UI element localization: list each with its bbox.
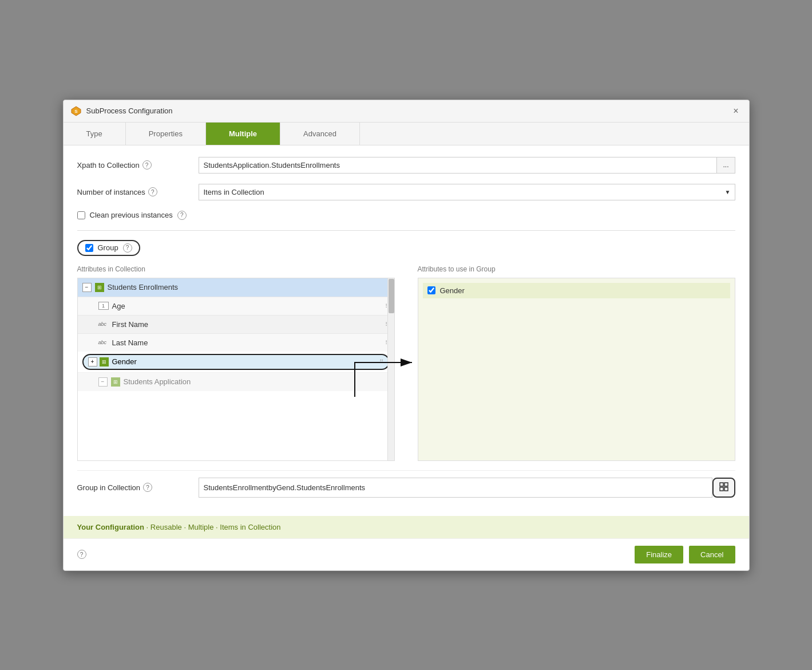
collapse-button[interactable]: − <box>82 283 92 292</box>
two-panel: Attributes in Collection − ⊞ Students En… <box>77 265 735 461</box>
tab-properties[interactable]: Properties <box>126 123 206 145</box>
xpath-help-icon[interactable]: ? <box>142 160 152 170</box>
gender-label: Gender <box>112 357 137 366</box>
scrollbar[interactable] <box>387 278 394 460</box>
footer-right: Finalize Cancel <box>635 546 735 563</box>
lastname-type-icon: abc <box>98 340 109 345</box>
tree-child-more: − ⊞ Students Application <box>78 372 394 391</box>
footer: ? Finalize Cancel <box>64 538 749 570</box>
group-in-collection-help-icon[interactable]: ? <box>143 483 152 492</box>
tab-multiple[interactable]: Multiple <box>206 123 280 145</box>
attributes-panel-label: Attributes in Collection <box>77 265 395 273</box>
tab-bar: Type Properties Multiple Advanced <box>64 123 749 145</box>
xpath-row: Xpath to Collection ? ... <box>77 157 735 174</box>
table-icon: ⊞ <box>95 283 104 292</box>
group-in-collection-input[interactable] <box>199 478 712 498</box>
config-item-multiple: Multiple <box>188 523 214 531</box>
footer-left: ? <box>77 550 86 559</box>
footer-help-icon[interactable]: ? <box>77 550 86 559</box>
group-in-collection-input-group <box>199 478 735 498</box>
gender-table-icon: ⊞ <box>100 357 109 366</box>
close-button[interactable]: × <box>730 105 742 117</box>
main-content: Xpath to Collection ? ... Number of inst… <box>64 145 749 516</box>
title-bar: S SubProcess Configuration × <box>64 100 749 123</box>
dialog-title: SubProcess Configuration <box>86 107 173 115</box>
parent-item-label: Students Enrollments <box>108 283 179 291</box>
instances-row: Number of instances ? Items in Collectio… <box>77 184 735 200</box>
xpath-input[interactable] <box>199 157 718 174</box>
finalize-button[interactable]: Finalize <box>635 546 683 563</box>
gender-group-checkbox[interactable] <box>427 286 435 294</box>
clean-label: Clean previous instances <box>90 211 173 219</box>
app-icon: S <box>70 105 82 117</box>
instances-help-icon[interactable]: ? <box>148 187 157 196</box>
tree-child-firstname: abc First Name ⠿ <box>78 315 394 333</box>
svg-text:S: S <box>74 109 78 114</box>
group-in-collection-label: Group in Collection ? <box>77 483 192 492</box>
clean-row: Clean previous instances ? <box>77 211 735 220</box>
svg-rect-6 <box>724 487 728 491</box>
group-section: Group ? Attributes in Collection − ⊞ Stu… <box>77 240 735 461</box>
config-bar: Your Configuration · Reusable · Multiple… <box>64 516 749 538</box>
dialog-window: S SubProcess Configuration × Type Proper… <box>63 100 750 571</box>
group-in-collection-button[interactable] <box>712 478 735 498</box>
age-type-icon: 1 <box>98 302 109 310</box>
divider <box>77 230 735 231</box>
group-panel-content: Gender <box>418 278 735 461</box>
svg-rect-3 <box>720 483 723 486</box>
more-item-label: Students Application <box>124 377 191 386</box>
tree-child-age: 1 Age ⠿ <box>78 297 394 315</box>
svg-rect-5 <box>720 487 723 491</box>
tree-child-gender: + ⊞ Gender ⠿ <box>82 354 390 370</box>
firstname-type-icon: abc <box>98 321 109 327</box>
grid-icon <box>719 482 728 491</box>
gender-drag-handle[interactable]: ⠿ <box>379 358 384 365</box>
scrollbar-thumb[interactable] <box>389 279 394 313</box>
title-bar-left: S SubProcess Configuration <box>70 105 173 117</box>
tab-type[interactable]: Type <box>64 123 126 145</box>
gender-expand-button[interactable]: + <box>88 357 97 366</box>
tab-advanced[interactable]: Advanced <box>280 123 360 145</box>
cancel-button[interactable]: Cancel <box>689 546 735 563</box>
more-table-icon: ⊞ <box>111 377 120 387</box>
group-help-icon[interactable]: ? <box>123 243 132 253</box>
group-checkbox[interactable] <box>85 244 93 252</box>
more-collapse-btn[interactable]: − <box>98 377 108 387</box>
group-header: Group ? <box>77 240 140 256</box>
group-panel: Attributes to use in Group Gender <box>418 265 735 461</box>
group-header-label: Group <box>98 243 118 252</box>
group-panel-label: Attributes to use in Group <box>418 265 735 273</box>
instances-select[interactable]: Items in Collection <box>199 184 735 200</box>
lastname-label: Last Name <box>112 338 148 347</box>
firstname-label: First Name <box>112 320 149 329</box>
group-panel-item-gender: Gender <box>423 283 730 298</box>
instances-select-wrapper: Items in Collection ▼ <box>199 184 735 200</box>
attributes-panel-content: − ⊞ Students Enrollments 1 Age ⠿ abc <box>77 278 395 461</box>
age-label: Age <box>112 302 125 310</box>
clean-checkbox[interactable] <box>77 211 85 219</box>
attributes-panel: Attributes in Collection − ⊞ Students En… <box>77 265 395 461</box>
gender-group-label: Gender <box>440 286 465 295</box>
instances-label: Number of instances ? <box>77 187 192 196</box>
tree-parent-item: − ⊞ Students Enrollments <box>78 278 394 297</box>
clean-help-icon[interactable]: ? <box>177 211 187 220</box>
config-prefix: Your Configuration <box>77 523 144 531</box>
xpath-input-group: ... <box>199 157 735 174</box>
svg-rect-4 <box>724 483 728 486</box>
config-item-reusable: Reusable <box>150 523 182 531</box>
config-item-collection: Items in Collection <box>220 523 280 531</box>
tree-child-lastname: abc Last Name ⠿ <box>78 333 394 352</box>
xpath-label: Xpath to Collection ? <box>77 160 192 170</box>
group-in-collection-row: Group in Collection ? <box>77 470 735 505</box>
xpath-ellipsis-button[interactable]: ... <box>717 157 735 174</box>
